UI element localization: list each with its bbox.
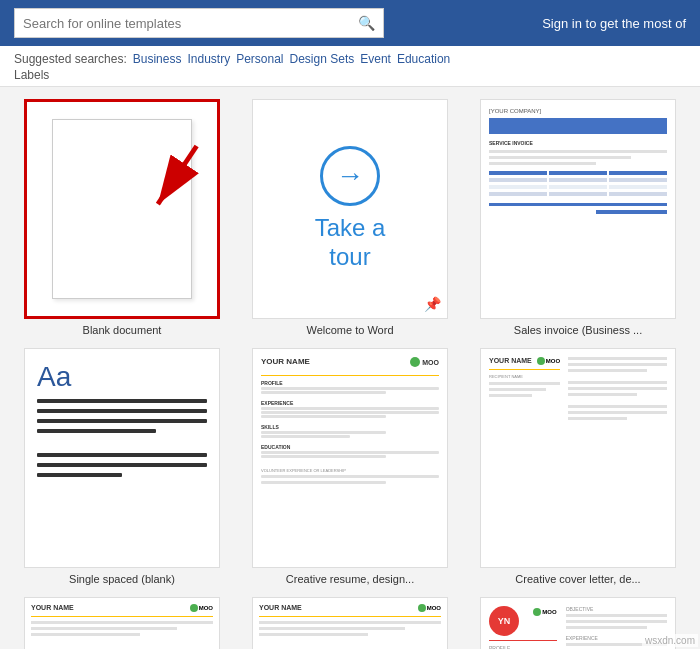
suggested-link-design-sets[interactable]: Design Sets (290, 52, 355, 66)
suggested-area: Suggested searches: Business Industry Pe… (0, 46, 700, 87)
suggested-link-industry[interactable]: Industry (187, 52, 230, 66)
template-grid: Blank document → Take atour 📌 Welcome to… (14, 99, 686, 649)
template-item-creative-resume[interactable]: YOUR NAME MOO PROFILE EXPERIENCE (242, 348, 458, 585)
creative-resume-label: Creative resume, design... (286, 573, 414, 585)
creative-resume-thumb: YOUR NAME MOO PROFILE EXPERIENCE (252, 348, 448, 568)
creative-cover-label: Creative cover letter, de... (515, 573, 640, 585)
moo-yellow-1-thumb: YOUR NAME MOO (24, 597, 220, 649)
template-item-blank[interactable]: Blank document (14, 99, 230, 336)
search-box[interactable]: 🔍 (14, 8, 384, 38)
tour-pin-icon: 📌 (424, 296, 441, 312)
watermark: wsxdn.com (642, 634, 698, 647)
template-item-creative-cover[interactable]: YOUR NAME MOO RECIPIENT NAME (470, 348, 686, 585)
tour-label: Welcome to Word (306, 324, 393, 336)
suggested-label: Suggested searches: (14, 52, 127, 66)
blank-doc-inner (52, 119, 192, 299)
ss-line-1 (37, 399, 207, 403)
main-content: Blank document → Take atour 📌 Welcome to… (0, 87, 700, 649)
creative-cover-thumb: YOUR NAME MOO RECIPIENT NAME (480, 348, 676, 568)
moo-name-text: YOUR NAME (261, 357, 310, 366)
suggested-link-business[interactable]: Business (133, 52, 182, 66)
suggested-link-event[interactable]: Event (360, 52, 391, 66)
blank-doc-thumb (24, 99, 220, 319)
template-item-moo-yellow-1[interactable]: YOUR NAME MOO (14, 597, 230, 649)
invoice-thumb: [YOUR COMPANY] SERVICE INVOICE (480, 99, 676, 319)
tour-text: Take atour (315, 214, 386, 272)
ss-line-5 (37, 453, 207, 457)
ss-line-3 (37, 419, 207, 423)
ss-line-2 (37, 409, 207, 413)
invoice-label: Sales invoice (Business ... (514, 324, 642, 336)
template-item-single-spaced[interactable]: Aa Single spaced (blank) (14, 348, 230, 585)
yn-avatar: YN (489, 606, 519, 636)
suggested-link-personal[interactable]: Personal (236, 52, 283, 66)
suggested-link-education[interactable]: Education (397, 52, 450, 66)
blank-doc-label: Blank document (83, 324, 162, 336)
moo-yellow-2-thumb: YOUR NAME MOO (252, 597, 448, 649)
search-icon: 🔍 (358, 15, 375, 31)
template-item-moo-yellow-2[interactable]: YOUR NAME MOO (242, 597, 458, 649)
ss-line-6 (37, 463, 207, 467)
aa-text: Aa (37, 361, 71, 393)
template-item-tour[interactable]: → Take atour 📌 Welcome to Word (242, 99, 458, 336)
header: 🔍 Sign in to get the most of (0, 0, 700, 46)
ss-line-7 (37, 473, 122, 477)
suggested-row: Suggested searches: Business Industry Pe… (14, 52, 686, 66)
moo-logo: MOO (410, 357, 439, 367)
sign-in-text: Sign in to get the most of (542, 16, 686, 31)
single-spaced-thumb: Aa (24, 348, 220, 568)
tour-thumb: → Take atour 📌 (252, 99, 448, 319)
template-item-invoice[interactable]: [YOUR COMPANY] SERVICE INVOICE (470, 99, 686, 336)
ss-line-4 (37, 429, 156, 433)
search-input[interactable] (23, 16, 358, 31)
tour-circle: → (320, 146, 380, 206)
single-spaced-label: Single spaced (blank) (69, 573, 175, 585)
labels-row: Labels (14, 68, 686, 82)
